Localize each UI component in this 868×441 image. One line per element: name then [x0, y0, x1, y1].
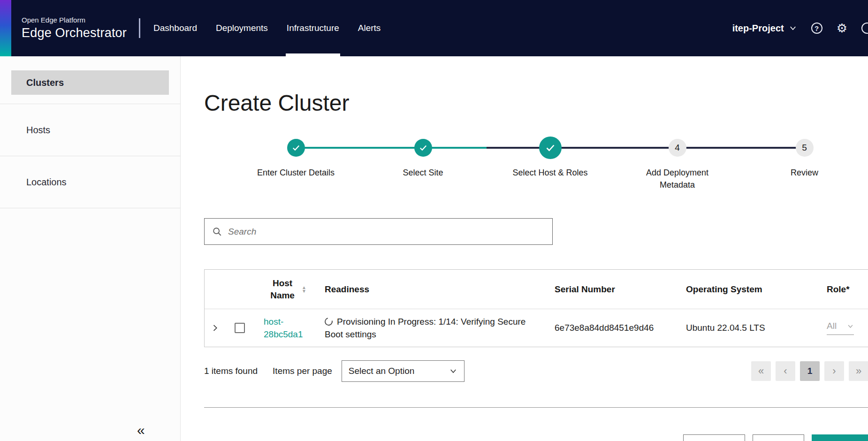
host-name-cell: host-28bc5da1 — [254, 315, 325, 341]
main-content: Create Cluster Enter Cluster Details — [181, 56, 868, 441]
partial-right-icon[interactable] — [861, 23, 868, 34]
next-button[interactable]: Next — [812, 434, 868, 441]
step-track: 5 — [741, 137, 868, 159]
main-nav: Dashboard Deployments Infrastructure Ale… — [152, 0, 398, 56]
step-complete-check-icon — [414, 139, 432, 157]
host-name-link[interactable]: host-28bc5da1 — [264, 315, 312, 341]
step-label: Select Host & Roles — [501, 167, 600, 179]
search-input[interactable] — [228, 227, 545, 237]
chevron-down-icon — [449, 367, 457, 375]
project-selector[interactable]: itep-Project — [732, 23, 797, 34]
step-label: Review — [755, 167, 854, 179]
cancel-button[interactable]: Cancel — [683, 434, 745, 441]
page-title: Create Cluster — [204, 90, 868, 116]
pagination-page-1-button[interactable]: 1 — [800, 361, 820, 381]
wizard-stepper: Enter Cluster Details Select Site — [232, 137, 868, 191]
sidebar: Clusters Hosts Locations « — [0, 56, 181, 441]
step-complete-check-icon — [287, 139, 305, 157]
back-button[interactable]: Back — [753, 434, 804, 441]
brand-gradient-stripe — [0, 0, 11, 56]
sidebar-collapse-button[interactable]: « — [137, 423, 145, 437]
nav-alerts[interactable]: Alerts — [357, 0, 382, 56]
bottom-divider — [204, 407, 868, 408]
column-header-readiness: Readiness — [325, 284, 555, 295]
table-footer: 1 items found Items per page Select an O… — [204, 360, 868, 382]
top-header: Open Edge Platform Edge Orchestrator Das… — [0, 0, 868, 56]
sidebar-item-label: Hosts — [26, 125, 50, 136]
in-progress-spinner-icon — [323, 316, 334, 327]
items-per-page-select[interactable]: Select an Option — [342, 360, 464, 382]
chevron-down-icon — [847, 323, 854, 330]
step-add-deployment-metadata[interactable]: 4 Add Deployment Metadata — [614, 137, 741, 191]
step-connector — [296, 147, 360, 149]
step-connector — [678, 147, 741, 149]
items-found-label: 1 items found — [204, 366, 258, 376]
step-select-host-roles[interactable]: Select Host & Roles — [487, 137, 614, 191]
row-expand-chevron-icon[interactable] — [205, 323, 230, 333]
sidebar-item-clusters[interactable]: Clusters — [11, 70, 169, 95]
wizard-actions: Cancel Back Next — [683, 434, 868, 441]
chevron-down-icon — [789, 24, 797, 32]
step-number-badge: 4 — [669, 139, 686, 157]
step-label: Enter Cluster Details — [247, 167, 345, 179]
step-review[interactable]: 5 Review — [741, 137, 868, 191]
column-header-role: Role* — [827, 284, 868, 295]
brand-platform-label: Open Edge Platform — [22, 16, 127, 24]
hosts-table: Host Name ▲▼ Readiness Serial Number Ope… — [204, 269, 868, 347]
step-label: Select Site — [374, 167, 472, 179]
column-header-operating-system: Operating System — [686, 284, 827, 295]
row-checkbox-cell — [230, 323, 254, 333]
step-connector — [359, 147, 423, 149]
items-per-page-value: Select an Option — [349, 366, 414, 376]
step-track — [359, 137, 487, 159]
column-header-host-name[interactable]: Host Name ▲▼ — [254, 277, 325, 301]
readiness-text: Provisioning In Progress: 1/14: Verifyin… — [325, 317, 525, 340]
step-select-site[interactable]: Select Site — [359, 137, 487, 191]
step-number-badge: 5 — [796, 139, 814, 157]
step-current-check-icon — [539, 137, 562, 159]
pagination-last-button[interactable]: » — [849, 361, 868, 381]
table-header-row: Host Name ▲▼ Readiness Serial Number Ope… — [205, 270, 868, 309]
pagination-prev-button[interactable]: ‹ — [776, 361, 795, 381]
items-per-page-label: Items per page — [273, 366, 332, 376]
project-name: itep-Project — [732, 23, 784, 34]
role-select-value: All — [827, 321, 837, 331]
table-row: host-28bc5da1 Provisioning In Progress: … — [205, 309, 868, 347]
step-connector — [423, 147, 487, 149]
step-enter-cluster-details[interactable]: Enter Cluster Details — [232, 137, 359, 191]
serial-number-cell: 6e73e8a84dd8451e9d46 — [555, 323, 686, 333]
header-right-controls: itep-Project ? ⚙ — [732, 22, 868, 34]
sort-icon[interactable]: ▲▼ — [302, 286, 306, 293]
operating-system-cell: Ubuntu 22.04.5 LTS — [686, 323, 827, 333]
pagination: « ‹ 1 › » — [751, 361, 868, 381]
nav-dashboard[interactable]: Dashboard — [152, 0, 198, 56]
step-track — [232, 137, 359, 159]
nav-deployments[interactable]: Deployments — [215, 0, 269, 56]
role-cell: All — [827, 321, 868, 335]
sidebar-item-hosts[interactable]: Hosts — [0, 104, 180, 156]
search-input-wrapper[interactable] — [204, 218, 553, 245]
help-icon[interactable]: ? — [811, 23, 822, 34]
nav-infrastructure[interactable]: Infrastructure — [286, 0, 340, 56]
brand: Open Edge Platform Edge Orchestrator — [22, 16, 127, 40]
sidebar-item-label: Locations — [26, 177, 67, 188]
brand-divider — [139, 18, 140, 38]
sidebar-item-label: Clusters — [26, 77, 64, 88]
step-track — [487, 137, 614, 159]
search-icon — [212, 227, 222, 237]
row-checkbox[interactable] — [235, 323, 245, 333]
readiness-cell: Provisioning In Progress: 1/14: Verifyin… — [325, 315, 537, 341]
role-select[interactable]: All — [827, 321, 854, 335]
step-connector — [741, 147, 805, 149]
sidebar-item-locations[interactable]: Locations — [0, 156, 180, 208]
pagination-first-button[interactable]: « — [751, 361, 771, 381]
step-label: Add Deployment Metadata — [628, 167, 727, 191]
pagination-next-button[interactable]: › — [824, 361, 844, 381]
column-header-serial-number: Serial Number — [555, 284, 686, 295]
step-track: 4 — [614, 137, 741, 159]
gear-icon[interactable]: ⚙ — [837, 22, 847, 34]
brand-product-label: Edge Orchestrator — [22, 26, 127, 40]
step-connector — [614, 147, 678, 149]
